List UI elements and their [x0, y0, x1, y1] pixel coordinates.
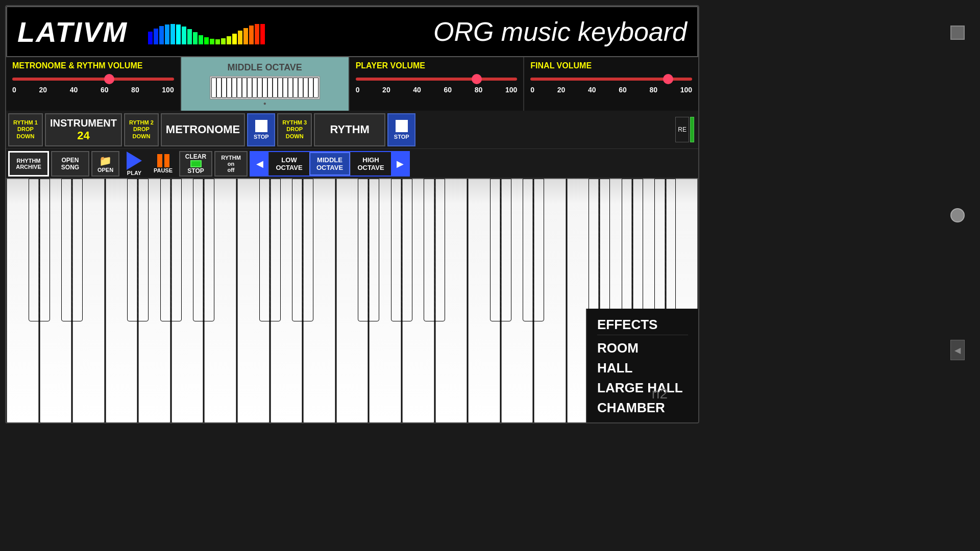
player-slider-thumb[interactable]: [472, 74, 482, 84]
rythm-toggle-button[interactable]: RYTHM on off: [214, 151, 248, 177]
spectrum-segment: [165, 24, 169, 44]
spectrum-segment: [260, 24, 265, 44]
metronome-slider-thumb[interactable]: [104, 74, 114, 84]
spectrum-segment: [221, 38, 226, 44]
black-key-0-4[interactable]: [160, 179, 182, 321]
spectrum-segment: [159, 26, 164, 44]
effects-large-hall[interactable]: LARGE HALL: [597, 378, 688, 398]
spectrum-segment: [249, 26, 254, 44]
mini-key: [257, 78, 262, 98]
right-square-btn[interactable]: [950, 26, 965, 40]
open-file-button[interactable]: 📁 OPEN: [91, 151, 119, 177]
octave-dot: ●: [263, 101, 266, 106]
black-key-0-1[interactable]: [61, 179, 83, 321]
mini-key: [216, 78, 222, 98]
mini-key: [267, 78, 273, 98]
effects-area: RE: [418, 117, 696, 142]
final-slider-thumb[interactable]: [663, 74, 673, 84]
spectrum-segment: [232, 34, 237, 44]
green-indicator: [690, 117, 694, 142]
toolbar-row: RHYTHM ARCHIVE OPEN SONG 📁 OPEN PLAY: [6, 149, 698, 179]
spectrum-segment: [154, 29, 158, 44]
metronome-button[interactable]: METRONOME: [161, 113, 245, 146]
black-key-2-3[interactable]: [589, 179, 610, 321]
effects-room[interactable]: ROOM: [597, 338, 688, 358]
black-key-0-5[interactable]: [193, 179, 214, 321]
mini-key: [293, 78, 298, 98]
octave-keyboard-mini: [210, 76, 320, 99]
spectrum-segment: [182, 27, 186, 44]
mini-key: [211, 78, 216, 98]
mini-key: [273, 78, 278, 98]
metronome-volume-panel: METRONOME & RYTHM VOLUME 020406080100: [6, 57, 181, 111]
pause-button[interactable]: PAUSE: [149, 151, 177, 177]
clear-stop-button[interactable]: CLEAR STOP: [179, 151, 212, 177]
final-volume-label: FINAL VOLUME: [530, 61, 692, 70]
mini-key: [288, 78, 293, 98]
spectrum-segment: [255, 24, 259, 44]
mini-key: [242, 78, 247, 98]
effects-panel: EFFECTS ROOM HALL LARGE HALL CHAMBER OFF…: [586, 309, 698, 423]
black-key-1-0[interactable]: [259, 179, 281, 321]
black-key-2-4[interactable]: [622, 179, 643, 321]
mini-key: [227, 78, 232, 98]
octave-display-label: MIDDLE OCTAVE: [228, 62, 302, 73]
rythm2-dropdown[interactable]: RYTHM 2 DROP DOWN: [124, 113, 159, 146]
black-key-2-1[interactable]: [523, 179, 544, 321]
metronome-ticks: 020406080100: [12, 86, 174, 94]
spectrum-segment: [238, 31, 242, 44]
player-ticks: 020406080100: [356, 86, 518, 94]
stop1-button[interactable]: STOP: [247, 113, 275, 146]
rhythm-archive-button[interactable]: RHYTHM ARCHIVE: [8, 151, 49, 177]
mini-key: [232, 78, 237, 98]
final-ticks: 020406080100: [530, 86, 692, 94]
rythm3-dropdown[interactable]: RYTHM 3 DROP DOWN: [277, 113, 312, 146]
re-button[interactable]: RE: [675, 117, 689, 142]
octave-selector[interactable]: ◀ LOW OCTAVE MIDDLE OCTAVE HIGH OCTAVE ▶: [250, 151, 410, 177]
stop2-button[interactable]: STOP: [387, 113, 415, 146]
rythm1-dropdown[interactable]: RYTHM 1 DROP DOWN: [8, 113, 43, 146]
player-slider-track[interactable]: [356, 78, 518, 81]
final-volume-panel: FINAL VOLUME 020406080100: [524, 57, 698, 111]
player-volume-panel: PLAYER VOLUME 020406080100: [350, 57, 525, 111]
black-key-1-1[interactable]: [292, 179, 313, 321]
black-key-0-3[interactable]: [127, 179, 149, 321]
final-slider-track[interactable]: [530, 78, 692, 81]
black-key-2-0[interactable]: [490, 179, 511, 321]
spectrum-segment: [215, 39, 220, 44]
open-song-button[interactable]: OPEN SONG: [51, 151, 89, 177]
effects-hall[interactable]: HALL: [597, 358, 688, 378]
octave-low-option[interactable]: LOW OCTAVE: [268, 152, 309, 176]
octave-middle-option[interactable]: MIDDLE OCTAVE: [309, 152, 350, 176]
note-label: n2: [652, 386, 668, 402]
black-key-2-5[interactable]: [654, 179, 676, 321]
octave-display-panel: MIDDLE OCTAVE: [181, 57, 350, 111]
effects-off[interactable]: OFF: [597, 418, 688, 423]
black-key-1-4[interactable]: [391, 179, 412, 321]
metronome-slider-track[interactable]: [12, 78, 174, 81]
black-key-0-0[interactable]: [29, 179, 50, 321]
black-key-1-5[interactable]: [424, 179, 445, 321]
spectrum-segment: [204, 37, 209, 44]
right-circle-btn[interactable]: [950, 208, 965, 222]
octave-right-arrow[interactable]: ▶: [391, 152, 409, 176]
effects-header: EFFECTS: [597, 314, 688, 335]
controls-row: RYTHM 1 DROP DOWN INSTRUMENT 24 RYTHM 2 …: [6, 111, 698, 149]
spectrum-segment: [243, 28, 248, 44]
mini-key: [262, 78, 267, 98]
keyboard-area: EFFECTS ROOM HALL LARGE HALL CHAMBER OFF…: [6, 179, 698, 423]
octave-high-option[interactable]: HIGH OCTAVE: [350, 152, 391, 176]
rythm-button[interactable]: RYTHM: [314, 113, 385, 146]
black-key-1-3[interactable]: [358, 179, 379, 321]
play-button[interactable]: PLAY: [121, 151, 147, 177]
right-arrow-btn[interactable]: ◀: [950, 340, 965, 360]
metronome-volume-label: METRONOME & RYTHM VOLUME: [12, 61, 174, 70]
folder-icon: 📁: [99, 155, 112, 167]
octave-left-arrow[interactable]: ◀: [251, 152, 268, 176]
effects-chamber[interactable]: CHAMBER: [597, 398, 688, 418]
stop2-icon: [396, 120, 408, 132]
instrument-dropdown[interactable]: INSTRUMENT 24: [45, 113, 122, 146]
mini-key: [308, 78, 313, 98]
mini-key: [222, 78, 227, 98]
stop-green-icon: [190, 160, 202, 167]
